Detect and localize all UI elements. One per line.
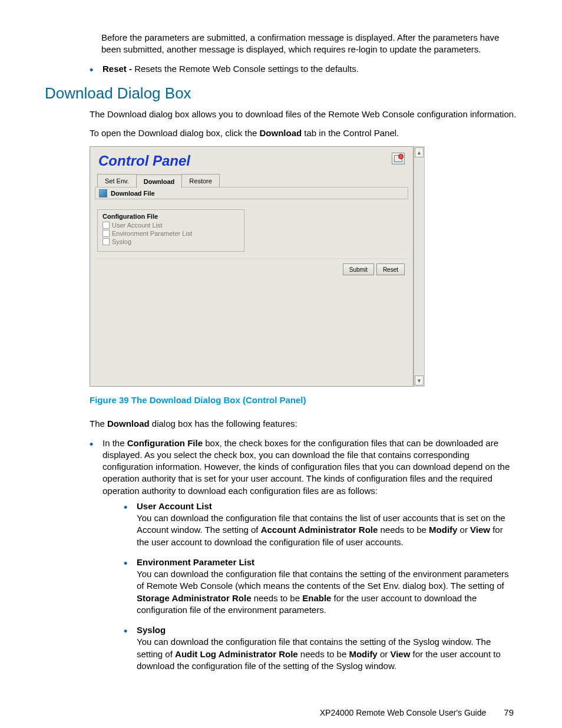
fieldset-legend: Configuration File bbox=[103, 213, 239, 220]
scroll-up-icon[interactable]: ▲ bbox=[415, 147, 424, 157]
tab-bar: Set Env. Download Restore bbox=[97, 174, 219, 187]
sub3-b2: Modify bbox=[349, 649, 377, 659]
reset-bullet: Reset - Resets the Remote Web Console se… bbox=[86, 63, 517, 75]
check-syslog[interactable]: Syslog bbox=[103, 238, 239, 245]
configuration-file-fieldset: Configuration File User Account List Env… bbox=[97, 209, 244, 252]
check-label: User Account List bbox=[112, 222, 163, 229]
cfb-bold: Configuration File bbox=[127, 438, 203, 448]
para-2-pre: To open the Download dialog box, click t… bbox=[90, 128, 260, 138]
footer-page-number: 79 bbox=[504, 707, 514, 717]
close-icon[interactable] bbox=[392, 153, 405, 164]
para-3-pre: The bbox=[90, 419, 107, 429]
sub3-t2: needs to be bbox=[298, 649, 349, 659]
cfb-pre: In the bbox=[103, 438, 127, 448]
separator bbox=[95, 259, 408, 260]
sub2-t2: needs to be bbox=[251, 593, 302, 603]
check-environment-parameter-list[interactable]: Environment Parameter List bbox=[103, 230, 239, 237]
config-file-bullet: In the Configuration File box, the check… bbox=[86, 437, 517, 673]
sub2-b1: Storage Administrator Role bbox=[137, 593, 251, 603]
sub-bullet-list: User Account List You can download the c… bbox=[103, 500, 517, 672]
reset-label: Reset - bbox=[103, 64, 134, 74]
para-3: The Download dialog box has the followin… bbox=[90, 418, 517, 430]
tab-restore[interactable]: Restore bbox=[181, 174, 220, 187]
sub1-t3: or bbox=[457, 525, 470, 535]
footer-guide: XP24000 Remote Web Console User's Guide bbox=[320, 708, 487, 717]
sub3-b3: View bbox=[390, 649, 410, 659]
sub1-b1: Account Administrator Role bbox=[261, 525, 378, 535]
figure-caption: Figure 39 The Download Dialog Box (Contr… bbox=[90, 395, 517, 405]
sub-environment-parameter-list: Environment Parameter List You can downl… bbox=[120, 556, 517, 616]
check-label: Syslog bbox=[112, 238, 131, 245]
para-2-bold: Download bbox=[260, 128, 302, 138]
scroll-down-icon[interactable]: ▼ bbox=[415, 375, 424, 386]
para-2-post: tab in the Control Panel. bbox=[302, 128, 399, 138]
sub1-t2: needs to be bbox=[378, 525, 429, 535]
page-footer: XP24000 Remote Web Console User's Guide … bbox=[45, 707, 517, 717]
reset-button[interactable]: Reset bbox=[376, 263, 405, 275]
section-heading: Download Dialog Box bbox=[45, 84, 517, 103]
sub1-b2: Modify bbox=[429, 525, 457, 535]
download-file-header: Download File bbox=[95, 187, 408, 199]
control-panel-window: Control Panel Set Env. Download Restore … bbox=[90, 146, 414, 387]
tab-download[interactable]: Download bbox=[136, 174, 183, 188]
download-file-label: Download File bbox=[111, 190, 155, 197]
folder-icon bbox=[99, 189, 107, 197]
checkbox-icon bbox=[103, 230, 110, 237]
para-1: The Download dialog box allows you to do… bbox=[90, 108, 517, 120]
vertical-scrollbar[interactable]: ▲ ▼ bbox=[414, 146, 425, 387]
features-list: In the Configuration File box, the check… bbox=[45, 437, 517, 673]
intro-paragraph: Before the parameters are submitted, a c… bbox=[101, 32, 517, 56]
check-user-account-list[interactable]: User Account List bbox=[103, 222, 239, 229]
check-label: Environment Parameter List bbox=[112, 230, 192, 237]
reset-bullet-list: Reset - Resets the Remote Web Console se… bbox=[45, 63, 517, 75]
sub2-b2: Enable bbox=[302, 593, 331, 603]
sub-user-account-list: User Account List You can download the c… bbox=[120, 500, 517, 548]
submit-button[interactable]: Submit bbox=[343, 263, 374, 275]
reset-text: Resets the Remote Web Console settings t… bbox=[134, 64, 359, 74]
checkbox-icon bbox=[103, 238, 110, 245]
para-3-post: dialog box has the following features: bbox=[150, 419, 297, 429]
figure-screenshot: Control Panel Set Env. Download Restore … bbox=[90, 146, 414, 387]
para-3-bold: Download bbox=[107, 419, 150, 429]
sub1-title: User Account List bbox=[137, 501, 212, 511]
tab-set-env[interactable]: Set Env. bbox=[97, 174, 137, 187]
sub3-t3: or bbox=[378, 649, 391, 659]
para-2: To open the Download dialog box, click t… bbox=[90, 127, 517, 139]
checkbox-icon bbox=[103, 222, 110, 229]
sub3-title: Syslog bbox=[137, 625, 166, 635]
control-panel-title: Control Panel bbox=[98, 153, 190, 169]
sub1-b3: View bbox=[470, 525, 490, 535]
sub2-title: Environment Parameter List bbox=[137, 557, 254, 567]
sub3-b1: Audit Log Administrator Role bbox=[175, 649, 298, 659]
sub-syslog: Syslog You can download the configuratio… bbox=[120, 624, 517, 672]
sub2-t1: You can download the configuration file … bbox=[137, 569, 509, 591]
